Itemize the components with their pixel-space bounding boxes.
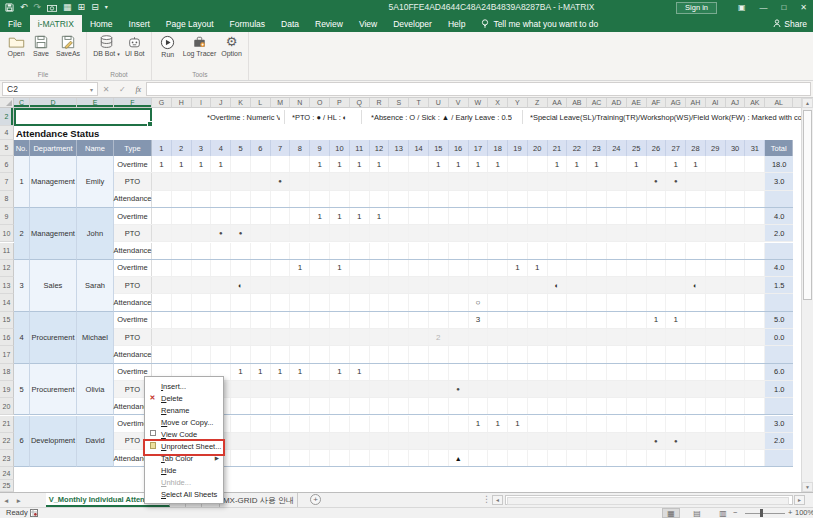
day-cell[interactable]: [231, 450, 251, 466]
day-number-cell[interactable]: 4: [211, 140, 231, 156]
day-cell[interactable]: [587, 450, 607, 466]
day-cell[interactable]: [548, 450, 568, 466]
day-cell[interactable]: [370, 277, 390, 293]
day-cell[interactable]: [528, 416, 548, 432]
day-cell[interactable]: [231, 156, 251, 172]
save-button[interactable]: Save: [30, 34, 52, 70]
total-cell[interactable]: [765, 294, 793, 310]
day-cell[interactable]: [389, 381, 409, 397]
total-cell[interactable]: [765, 346, 793, 362]
day-number-cell[interactable]: 9: [310, 140, 330, 156]
day-number-cell[interactable]: 30: [726, 140, 746, 156]
day-cell[interactable]: [192, 277, 212, 293]
day-cell[interactable]: [290, 243, 310, 259]
row-number[interactable]: 25: [0, 480, 14, 492]
day-cell[interactable]: [726, 364, 746, 380]
column-letter[interactable]: AF: [647, 98, 667, 108]
day-cell[interactable]: [745, 173, 765, 189]
zoom-level[interactable]: 100%: [795, 508, 813, 518]
close-icon[interactable]: ✕: [800, 3, 807, 12]
day-cell[interactable]: [745, 277, 765, 293]
name-cell[interactable]: David: [77, 416, 114, 468]
day-cell[interactable]: [567, 225, 587, 241]
day-cell[interactable]: [389, 156, 409, 172]
day-cell[interactable]: [528, 277, 548, 293]
day-cell[interactable]: [627, 294, 647, 310]
type-cell[interactable]: Overtime: [114, 312, 152, 328]
cancel-icon[interactable]: ✕: [103, 85, 110, 94]
day-cell[interactable]: [429, 225, 449, 241]
day-cell[interactable]: [548, 312, 568, 328]
day-cell[interactable]: [488, 312, 508, 328]
day-cell[interactable]: 1: [666, 312, 686, 328]
day-cell[interactable]: [429, 173, 449, 189]
day-cell[interactable]: [271, 243, 291, 259]
day-cell[interactable]: [647, 450, 667, 466]
save-icon[interactable]: [5, 3, 14, 12]
day-number-cell[interactable]: 24: [607, 140, 627, 156]
day-cell[interactable]: [686, 191, 706, 207]
row-number[interactable]: 6: [0, 156, 14, 173]
day-cell[interactable]: [587, 243, 607, 259]
note-cell[interactable]: *Absence : O / Sick : ▲ / Early Leave : …: [371, 108, 512, 126]
day-cell[interactable]: 1: [469, 156, 489, 172]
day-cell[interactable]: [409, 329, 429, 345]
day-cell[interactable]: [745, 243, 765, 259]
day-cell[interactable]: [587, 433, 607, 449]
day-cell[interactable]: [251, 329, 271, 345]
day-cell[interactable]: [706, 243, 726, 259]
day-cell[interactable]: [350, 294, 370, 310]
day-cell[interactable]: [488, 346, 508, 362]
day-cell[interactable]: 1: [370, 156, 390, 172]
column-letter[interactable]: Y: [508, 98, 528, 108]
day-cell[interactable]: [429, 416, 449, 432]
day-cell[interactable]: [409, 398, 429, 414]
day-cell[interactable]: [726, 329, 746, 345]
day-cell[interactable]: 2: [429, 329, 449, 345]
header-cell[interactable]: Department: [30, 140, 77, 156]
tab-page-layout[interactable]: Page Layout: [158, 15, 222, 32]
day-cell[interactable]: [370, 433, 390, 449]
day-cell[interactable]: [706, 225, 726, 241]
day-cell[interactable]: [686, 416, 706, 432]
total-cell[interactable]: 4.0: [765, 208, 793, 224]
day-cell[interactable]: [567, 243, 587, 259]
day-cell[interactable]: [726, 260, 746, 276]
column-letter[interactable]: F: [114, 98, 152, 108]
day-cell[interactable]: [666, 225, 686, 241]
column-letter[interactable]: AG: [666, 98, 686, 108]
day-cell[interactable]: [290, 294, 310, 310]
day-cell[interactable]: [647, 208, 667, 224]
column-letter[interactable]: AI: [706, 98, 726, 108]
type-cell[interactable]: Attendance: [114, 243, 152, 259]
day-number-cell[interactable]: 15: [429, 140, 449, 156]
day-cell[interactable]: [726, 243, 746, 259]
day-cell[interactable]: [310, 225, 330, 241]
add-sheet-icon[interactable]: +: [310, 494, 321, 505]
day-cell[interactable]: 1: [488, 416, 508, 432]
column-letter[interactable]: U: [429, 98, 449, 108]
day-cell[interactable]: [290, 277, 310, 293]
day-cell[interactable]: [370, 191, 390, 207]
day-cell[interactable]: [488, 329, 508, 345]
day-cell[interactable]: [192, 173, 212, 189]
day-cell[interactable]: [350, 191, 370, 207]
day-cell[interactable]: [429, 381, 449, 397]
menu-item-hide[interactable]: Hide: [145, 464, 223, 476]
day-cell[interactable]: [192, 243, 212, 259]
row-number[interactable]: 2: [0, 108, 14, 126]
macro-record-icon[interactable]: [30, 509, 38, 517]
day-cell[interactable]: [508, 156, 528, 172]
day-cell[interactable]: [607, 416, 627, 432]
day-cell[interactable]: [686, 294, 706, 310]
day-cell[interactable]: [647, 329, 667, 345]
day-cell[interactable]: [587, 329, 607, 345]
day-cell[interactable]: ●: [647, 433, 667, 449]
day-cell[interactable]: [370, 398, 390, 414]
day-cell[interactable]: [192, 225, 212, 241]
day-cell[interactable]: [627, 346, 647, 362]
type-cell[interactable]: Attendance: [114, 346, 152, 362]
normal-view-icon[interactable]: ▦: [662, 508, 680, 518]
day-cell[interactable]: [686, 243, 706, 259]
day-cell[interactable]: [528, 329, 548, 345]
